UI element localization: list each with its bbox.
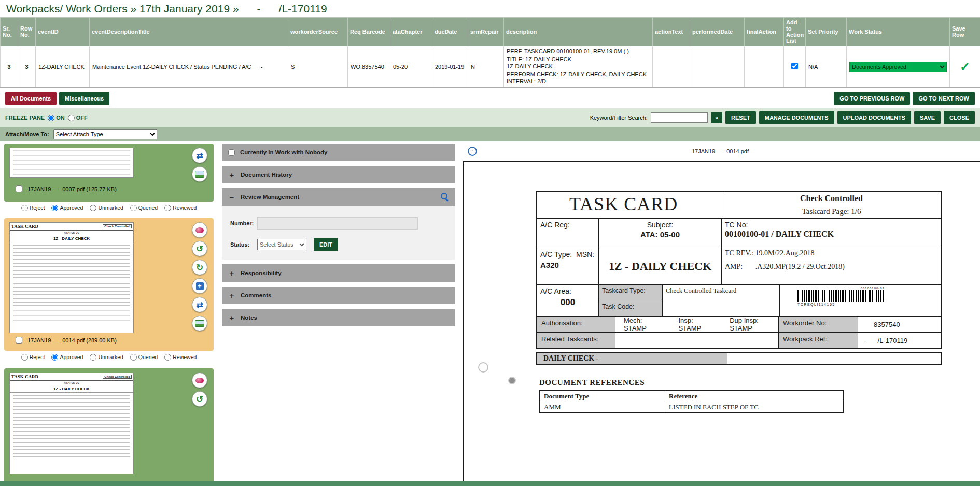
document-thumbnail-next[interactable]: TASK CARD Check Controlled ATA: 05-00 1Z… [9,373,134,474]
accordion-notes[interactable]: + Notes [222,309,455,326]
related-taskcards-value [615,333,778,348]
freeze-pane-off-option[interactable]: OFF [68,115,88,121]
status-option-unmarked[interactable]: Unmarked [90,354,123,361]
queried-radio[interactable] [130,354,137,361]
workorder-row[interactable]: 3 3 1Z-DAILY CHECK Maintenance Event 1Z-… [1,46,980,88]
current-work-bar[interactable]: Currently in Work with Nobody [222,144,455,161]
queried-label: Queried [138,354,158,360]
expand-icon[interactable]: + [228,170,235,179]
expand-icon[interactable]: + [228,291,235,300]
reviewed-radio[interactable] [164,354,171,361]
document-select-checkbox-0014[interactable] [16,337,22,344]
replace-document-icon[interactable]: ⇄ [192,297,207,312]
freeze-pane-on-option[interactable]: ON [48,115,65,121]
freeze-pane-off-radio[interactable] [68,115,75,121]
edit-button[interactable]: EDIT [314,238,338,251]
tab-miscellaneous[interactable]: Miscellaneous [59,92,109,105]
accordion-document-history[interactable]: + Document History [222,166,455,183]
review-management-label: Review Management [241,194,299,200]
unmarked-radio[interactable] [90,205,96,211]
cell-set-priority: N/A [806,46,847,88]
search-icon[interactable] [441,193,449,201]
manage-documents-button[interactable]: MANAGE DOCUMENTS [759,111,834,124]
go-to-previous-row-button[interactable]: GO TO PREVIOUS ROW [834,92,910,105]
status-option-queried[interactable]: Queried [130,205,158,211]
document-card-next[interactable]: TASK CARD Check Controlled ATA: 05-00 1Z… [4,368,214,481]
barcode-cell: 00100100-01 TCREQLI114165 [780,285,941,316]
rotate-right-icon[interactable]: ↻ [192,260,207,275]
approved-radio[interactable] [51,205,58,211]
document-filename-0007: 17JAN19 -0007.pdf (125.77 KB) [27,186,117,192]
unmarked-radio[interactable] [90,354,96,361]
tc-no-label: TC No: [725,221,937,229]
page-title: Workpacks/ Work Orders » 17th January 20… [0,0,980,17]
document-card-0007[interactable]: ⇄ 17JAN19 -0007.pdf (125.77 KB) [4,144,214,202]
status-option-unmarked[interactable]: Unmarked [90,205,123,211]
upload-documents-button[interactable]: UPLOAD DOCUMENTS [837,111,911,124]
document-card-0014[interactable]: TASK CARD Check Controlled ATA: 05-00 1Z… [4,218,214,351]
freeze-pane-on-radio[interactable] [48,115,54,121]
accordion-responsibility[interactable]: + Responsibility [222,264,455,282]
reset-button[interactable]: RESET [725,111,756,124]
tab-all-documents[interactable]: All Documents [5,92,57,105]
view-as-image-icon[interactable] [192,166,207,182]
annotate-icon[interactable] [192,222,207,238]
attach-type-select[interactable]: Select Attach Type [53,129,157,139]
accordion-comments[interactable]: + Comments [222,287,455,304]
workorder-no-label: Workorder No: [779,317,858,332]
status-option-queried[interactable]: Queried [130,354,158,361]
review-status-select[interactable]: Select Status [257,239,306,250]
add-page-icon[interactable]: + [192,278,207,294]
ac-type-label: A/C Type: MSN: [540,250,595,259]
close-button[interactable]: CLOSE [944,111,975,124]
save-row-check-icon[interactable]: ✓ [960,60,970,74]
document-references-table: Document Type Reference AMM LISTED IN EA… [539,390,844,413]
queried-radio[interactable] [130,205,137,211]
ac-area-cell: A/C Area: 000 [537,285,598,316]
rotate-left-icon[interactable]: ↺ [192,241,207,256]
amp-value: AMP: .A320.MP(19.2 / 29.Oct.2018) [722,261,941,284]
keyword-filter-input[interactable] [651,112,708,123]
rotate-left-icon[interactable]: ↺ [192,391,207,407]
view-as-image-icon[interactable] [192,316,207,331]
current-work-checkbox[interactable] [228,149,235,156]
search-go-button[interactable]: » [711,112,722,123]
barcode-text: TCREQLI114165 [797,303,941,306]
document-references-section: DOCUMENT REFERENCES Document Type Refere… [539,378,980,413]
thumb-check-title: 1Z - DAILY CHECK [10,385,133,393]
thumb-check-controlled: Check Controlled [103,375,132,379]
expand-icon[interactable]: + [228,269,235,278]
review-number-input[interactable] [257,217,418,230]
status-option-reject[interactable]: Reject [21,205,45,211]
status-option-reviewed[interactable]: Reviewed [164,354,197,361]
annotate-icon[interactable] [192,373,207,388]
replace-document-icon[interactable]: ⇄ [192,148,207,163]
table-header-row: Sr. No. Row No. eventID eventDescription… [1,18,980,46]
expand-icon[interactable]: + [228,313,235,322]
status-option-reject[interactable]: Reject [21,354,45,361]
ac-area-value: 000 [540,297,595,308]
go-to-next-row-button[interactable]: GO TO NEXT ROW [913,92,975,105]
approved-label: Approved [60,205,83,211]
add-to-action-list-checkbox[interactable] [791,63,798,69]
pan-tool-icon[interactable]: ∴ [468,147,477,156]
check-controlled-label: Check Controlled [722,192,941,205]
status-option-approved[interactable]: Approved [51,354,83,361]
approved-radio[interactable] [51,354,58,361]
reviewed-radio[interactable] [164,205,171,211]
accordion-review-management[interactable]: − Review Management [222,188,455,206]
document-select-checkbox-0007[interactable] [16,185,22,192]
reject-label: Reject [30,205,45,211]
document-thumbnail-0007[interactable] [9,148,134,178]
work-status-select[interactable]: Documents Approved [849,62,947,72]
status-option-reviewed[interactable]: Reviewed [164,205,197,211]
collapse-icon[interactable]: − [228,193,235,202]
cell-save-row: ✓ [950,46,980,88]
save-button[interactable]: SAVE [914,111,941,124]
reject-radio[interactable] [21,354,28,361]
insp-stamp: Insp: STAMP [678,317,714,332]
status-option-approved[interactable]: Approved [51,205,83,211]
reject-radio[interactable] [21,205,28,211]
document-thumbnail-0014[interactable]: TASK CARD Check Controlled ATA: 05-00 1Z… [9,222,134,333]
thumbnail-text-lines [13,245,130,281]
